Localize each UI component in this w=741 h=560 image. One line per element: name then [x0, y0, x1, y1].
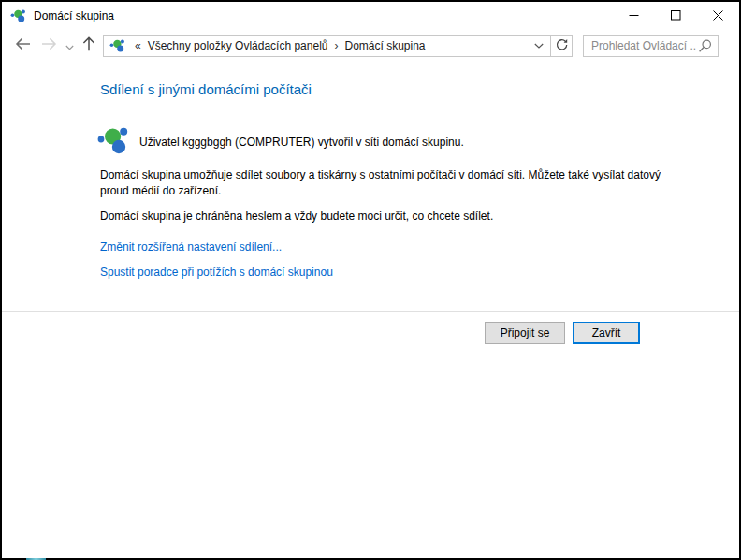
- search-input[interactable]: [584, 39, 696, 52]
- address-dropdown-button[interactable]: [534, 43, 544, 49]
- minimize-icon: [629, 7, 639, 24]
- breadcrumb-overflow-chevron[interactable]: «: [130, 39, 146, 52]
- forward-button[interactable]: [36, 34, 62, 58]
- back-button[interactable]: [9, 34, 36, 58]
- close-button[interactable]: [697, 2, 739, 29]
- breadcrumb-item-control-panel[interactable]: Všechny položky Ovládacích panelů: [146, 39, 330, 52]
- homegroup-status-text: Uživatel kgggbggh (COMPRUTER) vytvořil v…: [139, 136, 464, 149]
- magnifier-icon: [698, 39, 712, 53]
- footer-separator: [2, 311, 739, 312]
- close-icon: [713, 7, 723, 24]
- homegroup-icon[interactable]: [10, 8, 25, 23]
- window-title: Domácí skupina: [34, 9, 114, 22]
- join-button[interactable]: Připojit se: [485, 322, 565, 344]
- breadcrumb-separator[interactable]: ›: [329, 39, 342, 52]
- homegroup-description: Domácí skupina umožňuje sdílet soubory a…: [100, 167, 678, 199]
- navigation-toolbar: « Všechny položky Ovládacích panelů › Do…: [2, 29, 739, 63]
- page-title: Sdílení s jinými domácími počítači: [100, 81, 312, 97]
- chevron-down-icon: [65, 37, 74, 54]
- up-arrow-icon: [82, 36, 95, 55]
- maximize-icon: [671, 7, 681, 24]
- refresh-button[interactable]: [550, 36, 572, 56]
- homegroup-password-note: Domácí skupina je chráněna heslem a vždy…: [100, 209, 493, 223]
- back-arrow-icon: [15, 37, 31, 54]
- homegroup-icon: [109, 38, 124, 53]
- up-button[interactable]: [77, 34, 101, 58]
- window-controls: [613, 2, 739, 29]
- main-content: Sdílení s jinými domácími počítači Uživa…: [2, 63, 739, 558]
- breadcrumb-item-homegroup[interactable]: Domácí skupina: [342, 39, 427, 52]
- search-box[interactable]: [583, 35, 719, 57]
- minimize-button[interactable]: [613, 2, 655, 29]
- maximize-button[interactable]: [655, 2, 697, 29]
- advanced-sharing-settings-link[interactable]: Změnit rozšířená nastavení sdílení...: [100, 240, 282, 253]
- refresh-icon: [555, 38, 568, 54]
- window: Domácí skupina: [0, 0, 741, 560]
- address-bar[interactable]: « Všechny položky Ovládacích panelů › Do…: [103, 35, 573, 57]
- homegroup-troubleshooter-link[interactable]: Spustit poradce při potížích s domácí sk…: [100, 266, 333, 279]
- title-bar[interactable]: Domácí skupina: [2, 2, 739, 29]
- recent-locations-button[interactable]: [62, 34, 77, 58]
- homegroup-icon-large: [96, 125, 128, 157]
- close-dialog-button[interactable]: Zavřít: [573, 322, 640, 344]
- forward-arrow-icon: [41, 37, 57, 54]
- window-inner: Domácí skupina: [2, 2, 739, 558]
